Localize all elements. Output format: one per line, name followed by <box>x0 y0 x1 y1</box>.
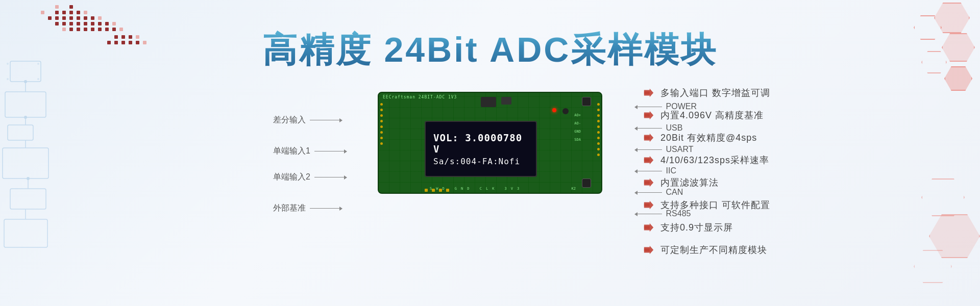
svg-point-13 <box>27 177 30 180</box>
pcb-board: EECraftsman 24BIT-ADC 1V3 <box>378 92 602 194</box>
svg-point-11 <box>24 80 27 83</box>
deco-topleft <box>41 5 153 46</box>
features-panel: 多输入端口 数字增益可调 内置4.096V 高精度基准 20Bit 有效精度@4… <box>643 87 888 266</box>
svg-point-14 <box>7 63 9 65</box>
pcb-port-labels: AO+ AO- GND SDA <box>574 113 581 142</box>
svg-rect-33 <box>644 248 650 251</box>
feature-item-2: 内置4.096V 高精度基准 <box>643 109 888 121</box>
svg-rect-25 <box>644 159 650 162</box>
feature-arrow-3 <box>643 132 654 143</box>
feature-item-4: 4/10/63/123sps采样速率 <box>643 154 888 166</box>
feature-text-5: 内置滤波算法 <box>660 176 719 189</box>
pcb-label: EECraftsman 24BIT-ADC 1V3 <box>383 95 457 99</box>
feature-arrow-4 <box>643 155 654 166</box>
title-area: 高精度 24Bit ADC采样模块 <box>260 31 720 69</box>
deco-topright <box>878 0 980 102</box>
label-single2: 单端输入2 <box>273 172 345 183</box>
feature-arrow-8 <box>643 244 654 256</box>
feature-text-2: 内置4.096V 高精度基准 <box>660 109 764 121</box>
label-line-single1 <box>314 151 345 151</box>
svg-rect-5 <box>4 219 47 247</box>
pin-right <box>597 103 600 156</box>
svg-point-15 <box>37 63 39 65</box>
svg-rect-4 <box>10 189 46 209</box>
pcb-chip2 <box>501 97 511 105</box>
label-single1: 单端输入1 <box>273 146 345 157</box>
feature-text-4: 4/10/63/123sps采样速率 <box>660 154 769 166</box>
feature-text-7: 支持0.9寸显示屏 <box>660 221 733 234</box>
red-led <box>552 108 556 112</box>
feature-text-8: 可定制生产不同精度模块 <box>660 244 767 256</box>
oled-line2: Sa/s:004-FA:Nofi <box>433 157 528 166</box>
svg-rect-3 <box>3 148 48 178</box>
label-ext-ref: 外部基准 <box>273 203 345 214</box>
feature-arrow-2 <box>643 110 654 121</box>
svg-rect-31 <box>644 226 650 229</box>
label-line-single2 <box>314 177 345 177</box>
pcb-k2-label: K2 <box>572 187 576 191</box>
svg-point-17 <box>37 78 39 80</box>
board-area: 差分输入 单端输入1 单端输入2 外部基准 EECraftsman 24BIT-… <box>362 87 618 235</box>
feature-text-1: 多输入端口 数字增益可调 <box>660 87 770 99</box>
feature-text-3: 20Bit 有效精度@4sps <box>660 132 757 144</box>
svg-rect-21 <box>644 114 650 117</box>
pcb-chip1 <box>481 97 496 107</box>
pin-left <box>380 103 383 145</box>
feature-item-8: 可定制生产不同精度模块 <box>643 244 888 256</box>
feature-item-5: 内置滤波算法 <box>643 176 888 189</box>
svg-rect-1 <box>5 92 46 117</box>
left-labels: 差分输入 单端输入1 单端输入2 外部基准 <box>273 115 345 214</box>
svg-point-12 <box>24 116 27 119</box>
feature-item-6: 支持多种接口 可软件配置 <box>643 199 888 211</box>
feature-text-6: 支持多种接口 可软件配置 <box>660 199 770 211</box>
feature-arrow-1 <box>643 87 654 98</box>
pcb-pads <box>425 189 449 192</box>
tech-left-deco <box>0 51 128 296</box>
svg-point-16 <box>7 78 9 80</box>
main-title: 高精度 24Bit ADC采样模块 <box>260 31 720 69</box>
feature-arrow-6 <box>643 199 654 211</box>
label-line-diff <box>310 120 340 120</box>
feature-item-7: 支持0.9寸显示屏 <box>643 221 888 234</box>
oled-screen: VOL: 3.0000780 V Sa/s:004-FA:Nofi <box>425 121 537 177</box>
pcb-cap <box>562 108 569 114</box>
oled-line1: VOL: 3.0000780 V <box>433 132 528 155</box>
pcb-button-bottom <box>582 178 591 188</box>
svg-rect-19 <box>644 91 650 94</box>
pcb-button-top <box>582 97 591 106</box>
label-line-extref <box>310 208 340 209</box>
svg-rect-23 <box>644 136 650 139</box>
feature-arrow-7 <box>643 222 654 233</box>
feature-item-3: 20Bit 有效精度@4sps <box>643 132 888 144</box>
svg-rect-29 <box>644 203 650 207</box>
svg-rect-2 <box>8 125 33 140</box>
feature-arrow-5 <box>643 177 654 188</box>
svg-rect-0 <box>10 61 41 82</box>
svg-rect-27 <box>644 181 650 184</box>
feature-item-1: 多输入端口 数字增益可调 <box>643 87 888 99</box>
main-container: 高精度 24Bit ADC采样模块 差分输入 单端输入1 单端输入2 外部基准 <box>0 0 980 306</box>
label-diff-input: 差分输入 <box>273 115 345 125</box>
